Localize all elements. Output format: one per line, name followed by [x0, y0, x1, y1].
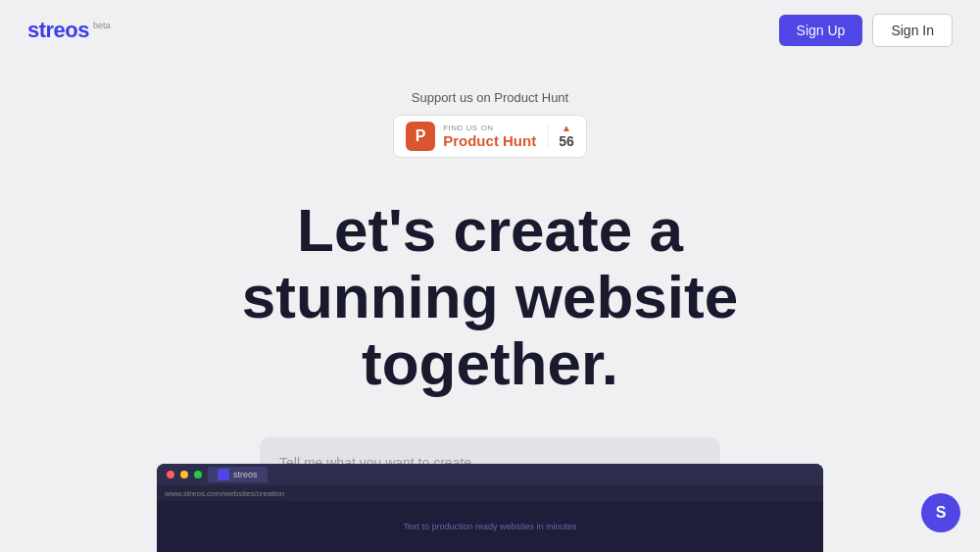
beta-badge: beta — [93, 21, 111, 30]
window-minimize-dot — [180, 471, 188, 478]
header-buttons: Sign Up Sign In — [779, 14, 953, 47]
hero-headline: Let's create a stunning website together… — [242, 197, 738, 398]
browser-content-area: Text to production ready websites in min… — [157, 501, 823, 552]
ph-find-us-label: FIND US ON — [443, 124, 536, 132]
product-hunt-badge[interactable]: P FIND US ON Product Hunt ▲ 56 — [393, 115, 587, 158]
signin-button[interactable]: Sign In — [872, 14, 953, 47]
preview-url-text: www.streos.com/websites/creation — [165, 489, 284, 498]
browser-preview: streos www.streos.com/websites/creation … — [157, 464, 823, 552]
ph-vote-count: 56 — [559, 133, 574, 149]
logo-text: streos — [27, 18, 89, 43]
avatar-letter: S — [936, 504, 947, 522]
header: streos beta Sign Up Sign In — [0, 0, 980, 61]
ph-count-container: ▲ 56 — [548, 124, 574, 149]
tab-label: streos — [233, 470, 258, 479]
hero-line1: Let's create a — [297, 196, 683, 264]
window-maximize-dot — [194, 471, 202, 478]
ph-upvote-arrow-icon: ▲ — [562, 124, 571, 133]
preview-placeholder-text: Text to production ready websites in min… — [403, 522, 576, 531]
ph-support-text: Support us on Product Hunt — [412, 90, 568, 105]
logo-container: streos beta — [27, 18, 111, 43]
ph-label-container: FIND US ON Product Hunt — [443, 124, 536, 149]
window-close-dot — [167, 471, 174, 478]
main-content: Support us on Product Hunt P FIND US ON … — [0, 61, 980, 506]
signup-button[interactable]: Sign Up — [779, 15, 863, 46]
ph-brand-name: Product Hunt — [443, 132, 536, 149]
user-avatar-button[interactable]: S — [921, 493, 960, 532]
browser-title-bar: streos — [157, 464, 823, 485]
hero-line3: together. — [362, 329, 618, 397]
tab-favicon — [218, 469, 229, 480]
browser-tab: streos — [208, 467, 268, 482]
browser-url-bar: www.streos.com/websites/creation — [157, 485, 823, 501]
hero-line2: stunning website — [242, 263, 738, 330]
product-hunt-icon: P — [406, 122, 435, 151]
